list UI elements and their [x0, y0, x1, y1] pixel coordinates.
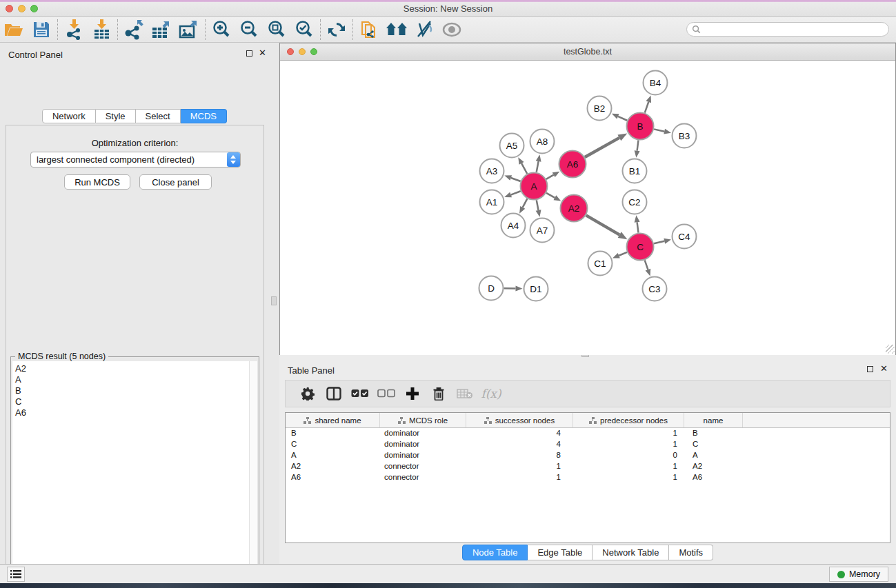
zoom-out-icon[interactable] [235, 18, 263, 41]
node-label-D1: D1 [530, 284, 541, 294]
edge-A-A3[interactable] [511, 178, 521, 181]
memory-button[interactable]: Memory [829, 567, 888, 582]
deselect-all-rows-icon[interactable] [374, 382, 399, 405]
mcds-result-list[interactable]: A2ABCA6 [12, 361, 250, 588]
create-column-plus-icon[interactable] [400, 382, 425, 405]
zoom-fit-icon[interactable] [263, 18, 290, 41]
table-row[interactable]: A6connector11A6 [286, 472, 890, 483]
zoom-selected-icon[interactable] [290, 18, 318, 41]
network-canvas[interactable]: AA6A2BCA1A3A4A5A7A8B1B2B3B4C1C2C3C4DD1 [280, 61, 895, 355]
column-header-successor-nodes[interactable]: successor nodes [466, 413, 573, 427]
refresh-icon[interactable] [323, 18, 350, 41]
divider-grip[interactable] [271, 296, 277, 305]
tab-style[interactable]: Style [96, 109, 136, 123]
open-session-icon[interactable] [0, 18, 28, 41]
cell-shared-name: A [286, 450, 380, 461]
tab-motifs[interactable]: Motifs [669, 545, 713, 560]
edge-B-B1[interactable] [637, 140, 639, 150]
node-label-B1: B1 [629, 166, 641, 176]
edge-C-C4[interactable] [654, 241, 664, 244]
edge-B-B4[interactable] [645, 102, 649, 113]
tab-mcds[interactable]: MCDS [181, 109, 227, 123]
column-header-shared-name[interactable]: shared name [286, 413, 380, 427]
cell-shared-name: B [286, 428, 380, 439]
mcds-result-item[interactable]: A6 [15, 407, 250, 418]
node-label-B2: B2 [594, 103, 606, 114]
tab-network[interactable]: Network [42, 109, 96, 123]
edge-A-A1[interactable] [511, 191, 521, 194]
task-history-icon[interactable] [7, 567, 25, 582]
edge-arrowhead [515, 286, 522, 292]
edge-A-A7[interactable] [537, 200, 539, 210]
toggle-view-icon[interactable] [438, 18, 466, 41]
export-table-icon[interactable] [148, 18, 175, 41]
table-panel-title: Table Panel [288, 365, 335, 376]
return-home-icon[interactable] [383, 18, 410, 41]
tab-network-table[interactable]: Network Table [593, 545, 669, 560]
edge-arrowhead [518, 157, 524, 165]
mcds-result-item[interactable]: C [15, 396, 250, 407]
edge-arrowhead [519, 206, 525, 214]
edge-A-A4[interactable] [523, 199, 528, 207]
column-header-predecessor-nodes[interactable]: predecessor nodes [573, 413, 684, 427]
node-label-A3: A3 [486, 166, 498, 176]
import-network-icon[interactable] [60, 18, 88, 41]
column-header-mcds-role[interactable]: MCDS role [380, 413, 466, 427]
cell-predecessor-nodes: 0 [573, 450, 684, 461]
column-header-name[interactable]: name [684, 413, 743, 427]
cell-mcds-role: dominator [380, 439, 466, 450]
float-panel-icon[interactable] [246, 50, 252, 57]
main-toolbar [0, 17, 896, 43]
close-panel-icon[interactable]: ✕ [880, 363, 888, 374]
table-row[interactable]: Adominator80A [286, 450, 890, 461]
clone-network-icon[interactable] [355, 18, 383, 41]
search-field[interactable] [686, 22, 889, 37]
table-toolbar: f(x) [285, 380, 890, 407]
edge-A-A2[interactable] [546, 193, 555, 198]
float-panel-icon[interactable] [867, 366, 873, 372]
window-resize-grip[interactable] [886, 345, 895, 354]
export-network-icon[interactable] [120, 18, 148, 41]
tab-edge-table[interactable]: Edge Table [528, 545, 593, 560]
zoom-in-icon[interactable] [208, 18, 235, 41]
edge-A-A5[interactable] [521, 163, 527, 174]
network-window-titlebar[interactable]: testGlobe.txt [280, 43, 895, 61]
table-row[interactable]: Cdominator41C [286, 439, 890, 450]
select-all-rows-icon[interactable] [348, 382, 372, 405]
edge-B-B3[interactable] [654, 129, 664, 131]
run-mcds-button[interactable]: Run MCDS [64, 174, 130, 190]
save-session-icon[interactable] [28, 18, 55, 41]
import-table-icon[interactable] [88, 18, 115, 41]
mcds-result-item[interactable]: B [15, 385, 250, 396]
mcds-result-item[interactable]: A2 [15, 363, 250, 374]
tab-node-table[interactable]: Node Table [462, 545, 528, 560]
table-options-gear-icon[interactable] [295, 382, 320, 405]
edge-arrowhead [504, 192, 512, 197]
close-panel-button[interactable]: Close panel [139, 174, 212, 190]
edge-B-B2[interactable] [618, 116, 627, 121]
edge-C-C1[interactable] [619, 252, 627, 256]
export-image-icon[interactable] [175, 18, 203, 41]
edge-A2-C[interactable] [586, 215, 619, 234]
tab-select[interactable]: Select [136, 109, 181, 123]
hide-graphics-details-icon[interactable] [410, 18, 438, 41]
optimization-criterion-select[interactable]: largest connected component (directed) [30, 152, 241, 168]
vertical-split-divider[interactable] [269, 43, 279, 564]
table-row[interactable]: Bdominator41B [286, 428, 890, 439]
delete-column-trash-icon[interactable] [426, 382, 451, 405]
edge-A-A6[interactable] [546, 175, 554, 179]
search-input[interactable] [701, 25, 888, 34]
mcds-result-item[interactable]: A [15, 374, 250, 385]
edge-A-A8[interactable] [537, 161, 539, 172]
result-list-scrollbar[interactable] [249, 361, 257, 588]
shared-column-icon [484, 417, 492, 424]
show-column-panel-icon[interactable] [321, 382, 346, 405]
edge-C-C2[interactable] [637, 222, 639, 232]
table-row[interactable]: A2connector11A2 [286, 461, 890, 472]
edge-arrowhead [613, 253, 620, 258]
search-icon [692, 25, 701, 34]
edge-arrowhead [536, 154, 541, 162]
edge-A6-B[interactable] [585, 138, 619, 157]
edge-C-C3[interactable] [645, 260, 648, 270]
close-panel-icon[interactable]: ✕ [259, 48, 266, 58]
